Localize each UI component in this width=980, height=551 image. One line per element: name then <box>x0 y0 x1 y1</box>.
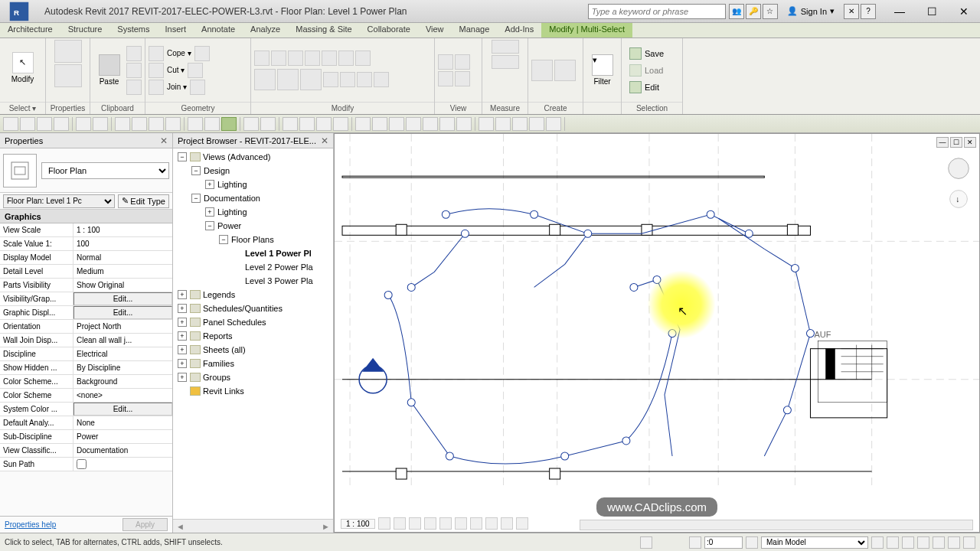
qat-section-icon[interactable] <box>204 117 220 131</box>
join-icon[interactable] <box>149 80 164 95</box>
shadows-icon[interactable] <box>424 517 436 530</box>
ribbon-tab-systems[interactable]: Systems <box>109 23 157 37</box>
split-icon[interactable] <box>188 63 203 78</box>
ribbon-tab-massing-site[interactable]: Massing & Site <box>288 23 359 37</box>
copy-icon[interactable] <box>277 69 299 90</box>
tree-toggle[interactable]: − <box>219 235 228 244</box>
project-tree[interactable]: −Views (Advanced)−Design+Lighting−Docume… <box>173 148 333 519</box>
tree-item[interactable]: Level 3 Power Pla <box>173 274 333 288</box>
tree-item[interactable]: −Power <box>173 219 333 233</box>
qat-b8-icon[interactable] <box>406 117 421 131</box>
apply-button[interactable]: Apply <box>122 518 168 531</box>
property-row[interactable]: View Scale1 : 100 <box>0 223 172 237</box>
property-value[interactable]: 100 <box>74 237 172 250</box>
subscription-icon[interactable]: 👥 <box>729 4 744 19</box>
cogo-1-icon[interactable] <box>322 51 337 66</box>
sun-path-icon[interactable] <box>409 517 421 530</box>
qat-close-icon[interactable] <box>243 117 259 131</box>
unhide-icon[interactable] <box>485 517 498 530</box>
tree-item[interactable]: Revit Links <box>173 384 333 398</box>
properties-icon[interactable] <box>54 64 82 87</box>
checkbox[interactable] <box>77 459 87 469</box>
qat-b4-icon[interactable] <box>333 117 348 131</box>
crop-region-icon[interactable] <box>470 517 482 530</box>
property-row[interactable]: System Color ...Edit... <box>0 403 172 416</box>
favorite-icon[interactable]: ☆ <box>763 4 778 19</box>
measure-icon[interactable] <box>492 40 519 54</box>
qat-open-icon[interactable] <box>3 117 18 131</box>
property-row[interactable]: Scale Value 1:100 <box>0 237 172 251</box>
align-icon[interactable] <box>254 51 270 66</box>
browser-header[interactable]: Project Browser - REVIT-2017-ELE... ✕ <box>173 133 333 148</box>
key-icon[interactable]: 🔑 <box>746 4 761 19</box>
create-similar-icon[interactable] <box>531 60 553 81</box>
tree-toggle[interactable]: − <box>205 221 214 230</box>
temp-hide-icon[interactable] <box>501 517 513 530</box>
browser-scrollbar[interactable]: ◄► <box>173 519 333 533</box>
properties-help-link[interactable]: Properties help <box>5 520 56 529</box>
array-icon[interactable] <box>323 72 338 87</box>
tree-item[interactable]: +Panel Schedules <box>173 315 333 329</box>
tree-item[interactable]: +Groups <box>173 370 333 384</box>
close-icon[interactable]: ✕ <box>160 135 168 146</box>
properties-header[interactable]: Properties ✕ <box>0 133 172 148</box>
ribbon-tab-architecture[interactable]: Architecture <box>0 23 60 37</box>
tree-item[interactable]: +Sheets (all) <box>173 343 333 357</box>
tree-toggle[interactable]: − <box>178 152 187 161</box>
search-input[interactable] <box>588 4 726 19</box>
tree-item[interactable]: Level 2 Power Pla <box>173 260 333 274</box>
qat-b10-icon[interactable] <box>439 117 455 131</box>
canvas-hscroll[interactable] <box>580 520 973 530</box>
property-row[interactable]: Visibility/Grap...Edit... <box>0 292 172 306</box>
property-row[interactable]: OrientationProject North <box>0 320 172 334</box>
property-row[interactable]: Color Scheme<none> <box>0 389 172 403</box>
paste-button[interactable]: Paste <box>93 43 125 98</box>
app-menu-button[interactable]: R <box>0 0 38 23</box>
tree-toggle[interactable]: + <box>205 207 214 217</box>
tree-toggle[interactable]: + <box>178 345 187 354</box>
status-press-icon[interactable] <box>640 536 652 549</box>
render-icon[interactable] <box>439 517 452 530</box>
view-max-icon[interactable]: ☐ <box>950 137 962 148</box>
ribbon-tab-collaborate[interactable]: Collaborate <box>360 23 418 37</box>
property-value[interactable]: 1 : 100 <box>74 223 172 236</box>
property-row[interactable]: Graphic Displ...Edit... <box>0 306 172 320</box>
modify-button[interactable]: ↖ Modify <box>5 40 41 95</box>
property-value[interactable]: Normal <box>74 251 172 264</box>
property-value[interactable]: Background <box>74 375 172 388</box>
notch-icon[interactable] <box>194 46 210 61</box>
load-selection-button[interactable]: Load <box>625 63 668 78</box>
property-value[interactable]: Documentation <box>74 444 172 457</box>
ribbon-tab-manage[interactable]: Manage <box>452 23 498 37</box>
close-icon[interactable]: ✕ <box>321 135 328 146</box>
qat-b13-icon[interactable] <box>495 117 511 131</box>
wall-icon[interactable] <box>190 80 205 95</box>
property-value[interactable]: Edit... <box>74 403 172 416</box>
ribbon-tab-analyze[interactable]: Analyze <box>243 23 288 37</box>
property-value[interactable]: Show Original <box>74 279 172 292</box>
demo-icon[interactable] <box>455 71 470 86</box>
qat-b16-icon[interactable] <box>546 117 561 131</box>
qat-3d-icon[interactable] <box>188 117 203 131</box>
property-row[interactable]: Default Analy...None <box>0 416 172 430</box>
property-value[interactable]: Medium <box>74 265 172 278</box>
type-properties-icon[interactable] <box>54 40 82 63</box>
property-row[interactable]: Detail LevelMedium <box>0 265 172 279</box>
visual-style-icon[interactable] <box>394 517 406 530</box>
delete-icon[interactable] <box>374 72 389 87</box>
ribbon-tab-annotate[interactable]: Annotate <box>194 23 243 37</box>
status-f4-icon[interactable] <box>917 536 929 549</box>
trim-icon[interactable] <box>355 51 371 66</box>
tree-item[interactable]: +Lighting <box>173 205 333 219</box>
status-sel-icon[interactable] <box>689 536 701 549</box>
property-row[interactable]: DisciplineElectrical <box>0 347 172 361</box>
qat-aligned-icon[interactable] <box>132 117 147 131</box>
instance-selector[interactable]: Floor Plan: Level 1 Pc <box>3 194 115 208</box>
move-icon[interactable] <box>254 69 276 90</box>
qat-measure-icon[interactable] <box>115 117 130 131</box>
scale-icon[interactable] <box>340 72 355 87</box>
maximize-button[interactable]: ☐ <box>916 2 948 21</box>
help-icon[interactable]: ? <box>861 4 876 19</box>
edit-selection-button[interactable]: Edit <box>625 80 668 95</box>
tree-toggle[interactable]: + <box>178 318 187 327</box>
